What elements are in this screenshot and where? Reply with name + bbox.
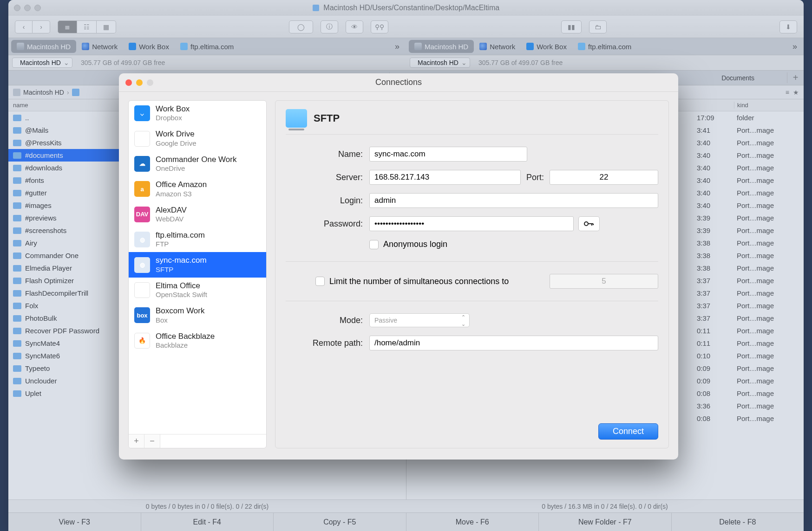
key-icon[interactable] bbox=[578, 216, 600, 231]
connect-button[interactable]: Connect bbox=[598, 423, 658, 440]
fn-button[interactable]: Edit - F4 bbox=[141, 513, 274, 531]
connection-item[interactable]: aOffice AmazonAmazon S3 bbox=[129, 176, 266, 201]
add-tab-right[interactable]: + bbox=[787, 72, 804, 83]
zoom-icon[interactable] bbox=[34, 5, 41, 11]
folder-icon bbox=[13, 340, 21, 347]
connection-item[interactable]: ◍sync-mac.comSFTP bbox=[129, 252, 266, 277]
location-tab[interactable]: Macintosh HD bbox=[11, 40, 76, 53]
function-bar: View - F3Edit - F4Copy - F5Move - F6New … bbox=[8, 512, 804, 531]
fn-button[interactable]: Copy - F5 bbox=[274, 513, 406, 531]
onedrive-icon: ☁ bbox=[134, 156, 150, 172]
folder-icon bbox=[13, 303, 21, 309]
minimize-icon[interactable] bbox=[136, 79, 143, 86]
password-label: Password: bbox=[286, 219, 369, 229]
gdrive-icon: ▲ bbox=[134, 131, 150, 147]
folder-icon bbox=[13, 253, 21, 259]
add-connection-button[interactable]: + bbox=[129, 434, 144, 448]
server-field[interactable] bbox=[369, 170, 521, 185]
connection-item[interactable]: ⌵Work BoxDropbox bbox=[129, 101, 266, 126]
minimize-icon[interactable] bbox=[24, 5, 31, 11]
connection-item[interactable]: ◍ftp.eltima.comFTP bbox=[129, 227, 266, 252]
connection-item[interactable]: ☁Commander One WorkOneDrive bbox=[129, 151, 266, 176]
swift-icon: S bbox=[134, 282, 150, 298]
port-label: Port: bbox=[521, 173, 550, 182]
fn-button[interactable]: Delete - F8 bbox=[672, 513, 804, 531]
password-field[interactable] bbox=[369, 216, 574, 231]
fn-button[interactable]: View - F3 bbox=[8, 513, 141, 531]
folder-icon bbox=[13, 177, 21, 184]
view-columns-icon[interactable]: ☷ bbox=[77, 20, 97, 33]
star-icon[interactable]: ★ bbox=[793, 89, 799, 96]
limit-checkbox[interactable] bbox=[315, 277, 325, 286]
download-icon[interactable]: ⬇ bbox=[779, 20, 797, 33]
connection-item[interactable]: DAVAlexDAVWebDAV bbox=[129, 202, 266, 227]
folder-icon bbox=[13, 290, 21, 297]
toggle-button[interactable]: ◯ bbox=[289, 20, 313, 33]
connection-item[interactable]: boxBoxcom WorkBox bbox=[129, 303, 266, 328]
info-icon[interactable]: ⓘ bbox=[321, 20, 338, 33]
remove-connection-button[interactable]: − bbox=[144, 434, 160, 448]
port-field[interactable] bbox=[550, 170, 658, 185]
back-button[interactable]: ‹ bbox=[15, 20, 33, 33]
col-kind-header[interactable]: kind bbox=[734, 102, 799, 109]
connection-item[interactable]: SEltima OfficeOpenStack Swift bbox=[129, 278, 266, 303]
dropbox-icon: ⌵ bbox=[134, 105, 150, 121]
box-icon: box bbox=[134, 307, 150, 323]
location-tab[interactable]: Macintosh HD bbox=[409, 40, 474, 53]
login-field[interactable] bbox=[369, 193, 658, 208]
disk-icon bbox=[313, 5, 319, 11]
location-tab[interactable]: Network bbox=[76, 40, 123, 53]
view-grid-icon[interactable]: ▦ bbox=[97, 20, 116, 33]
window-title: Macintosh HD/Users/Constantine/Desktop/M… bbox=[8, 4, 804, 12]
connection-form: SFTP Name: Server: Port: Login: bbox=[275, 100, 669, 448]
close-icon[interactable] bbox=[125, 79, 132, 86]
fn-button[interactable]: Move - F6 bbox=[406, 513, 539, 531]
panels-icon[interactable]: ▮▮ bbox=[561, 20, 582, 33]
mode-label: Mode: bbox=[286, 316, 369, 325]
mode-select[interactable]: Passive bbox=[369, 313, 470, 327]
folder-icon[interactable]: 🗀 bbox=[589, 20, 607, 33]
connection-item[interactable]: 🔥Office BackblazeBackblaze bbox=[129, 328, 266, 353]
ftp-icon bbox=[578, 43, 585, 50]
folder-icon bbox=[13, 140, 21, 146]
location-tab[interactable]: Network bbox=[474, 40, 521, 53]
hdd-icon bbox=[17, 43, 24, 50]
folder-icon bbox=[13, 215, 21, 221]
anonymous-checkbox[interactable] bbox=[369, 240, 379, 249]
list-mode-icon[interactable]: ≡ bbox=[786, 89, 789, 96]
limit-label: Limit the number of simultaneous connect… bbox=[329, 277, 509, 286]
toolbar: ‹ › ≣ ☷ ▦ ◯ ⓘ 👁 ⚲⚲ ▮▮ 🗀 ⬇ bbox=[8, 16, 804, 38]
view-list-icon[interactable]: ≣ bbox=[58, 20, 77, 33]
drive-picker-right[interactable]: Macintosh HD bbox=[410, 58, 470, 68]
folder-icon bbox=[72, 89, 79, 96]
location-tab[interactable]: ftp.eltima.com bbox=[572, 40, 637, 53]
drive-picker-left[interactable]: Macintosh HD bbox=[12, 58, 72, 68]
location-tab[interactable]: Work Box bbox=[521, 40, 572, 53]
binoculars-icon[interactable]: ⚲⚲ bbox=[371, 20, 388, 33]
fn-button[interactable]: New Folder - F7 bbox=[539, 513, 672, 531]
folder-icon bbox=[13, 390, 21, 397]
dialog-titlebar: Connections bbox=[119, 73, 678, 92]
dialog-title: Connections bbox=[119, 78, 678, 87]
preview-icon[interactable]: 👁 bbox=[346, 20, 363, 33]
close-icon[interactable] bbox=[14, 5, 20, 11]
location-tabs: Macintosh HDNetworkWork Boxftp.eltima.co… bbox=[8, 38, 804, 55]
globe-icon bbox=[479, 43, 487, 50]
folder-icon bbox=[13, 265, 21, 272]
tabs-overflow-icon[interactable]: » bbox=[786, 42, 804, 52]
name-label: Name: bbox=[286, 149, 369, 159]
disk-icon bbox=[13, 89, 20, 96]
connections-list: ⌵Work BoxDropbox▲Work DriveGoogle Drive☁… bbox=[128, 100, 267, 448]
location-tab[interactable]: Work Box bbox=[123, 40, 175, 53]
connection-item[interactable]: ▲Work DriveGoogle Drive bbox=[129, 126, 266, 151]
location-tab[interactable]: ftp.eltima.com bbox=[175, 40, 239, 53]
name-field[interactable] bbox=[369, 147, 527, 162]
forward-button[interactable]: › bbox=[33, 20, 50, 33]
free-space-left: 305.77 GB of 499.07 GB free bbox=[81, 59, 165, 66]
status-left: 0 bytes / 0 bytes in 0 / 0 file(s). 0 / … bbox=[8, 500, 406, 512]
sftp-icon bbox=[286, 109, 307, 128]
anonymous-label: Anonymous login bbox=[383, 240, 447, 249]
remote-path-field[interactable] bbox=[369, 336, 658, 350]
tabs-overflow-icon[interactable]: » bbox=[388, 42, 406, 52]
folder-icon bbox=[13, 365, 21, 372]
